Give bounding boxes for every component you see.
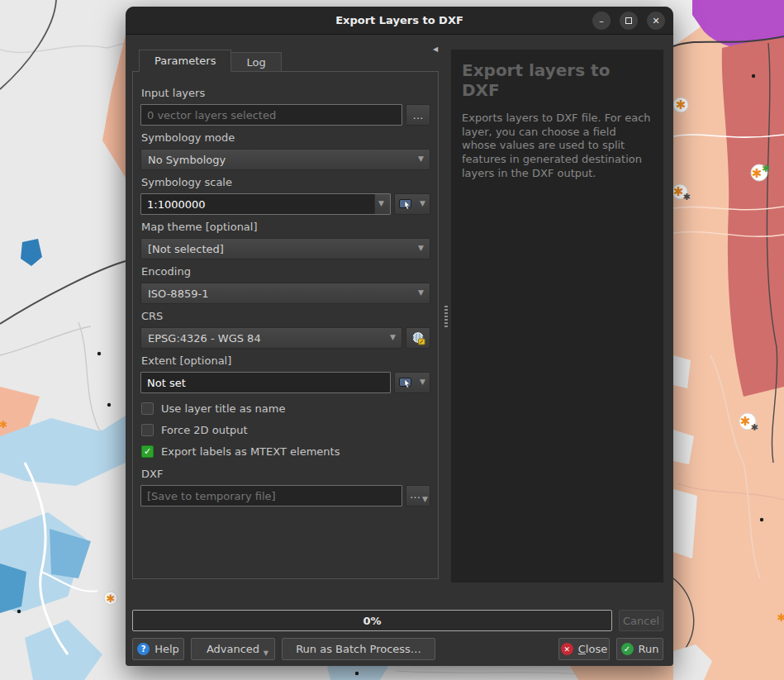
cancel-button[interactable]: Cancel [619,610,663,631]
map-cursor-icon [399,377,413,388]
run-batch-button[interactable]: Run as Batch Process… [282,638,435,660]
checkbox-export-mtext[interactable]: ✓ [141,445,154,458]
globe-edit-icon [411,331,425,345]
progress-bar: 0% [132,610,612,631]
advanced-label: Advanced [207,643,259,655]
crs-value: EPSG:4326 - WGS 84 [148,332,261,345]
map-theme-value: [Not selected] [148,243,224,255]
parameters-panel: Input layers … Symbology mode No Symbolo… [132,71,439,579]
encoding-value: ISO-8859-1 [148,288,208,300]
chevron-down-icon [390,334,396,341]
svg-text:✱: ✱ [752,166,763,181]
svg-text:✱: ✱ [682,192,690,202]
symbology-scale-label: Symbology scale [141,176,430,188]
chevron-down-icon [418,289,424,297]
symbology-scale-dropdown-button[interactable] [374,194,390,214]
help-panel-description: Exports layers to DXF file. For each lay… [462,112,653,180]
help-label: Help [154,643,179,655]
dxf-output-field[interactable] [140,485,402,506]
ellipsis-icon: … [413,109,424,121]
map-theme-dropdown[interactable]: [Not selected] [140,238,430,259]
checkbox-label: Use layer title as name [161,402,285,415]
export-layers-dxf-dialog: Export Layers to DXF – ✕ Parameters Log … [126,7,673,666]
chevron-down-icon [418,155,424,163]
close-dialog-button[interactable]: ✕ Close [558,638,610,660]
checkmark-icon: ✓ [144,446,151,457]
extent-label: Extent [optional] [141,354,430,367]
symbology-mode-value: No Symbology [148,154,226,166]
input-layers-browse-button[interactable]: … [406,104,430,126]
advanced-button[interactable]: Advanced [191,638,275,660]
svg-text:✱: ✱ [676,97,687,112]
titlebar[interactable]: Export Layers to DXF – ✕ [126,7,673,35]
encoding-dropdown[interactable]: ISO-8859-1 [140,283,430,304]
run-check-icon: ✓ [621,643,634,655]
extent-field[interactable] [140,372,391,393]
close-icon: ✕ [561,643,573,655]
dialog-title: Export Layers to DXF [335,14,463,26]
svg-text:✱: ✱ [0,419,7,430]
svg-text:✱: ✱ [750,422,758,433]
crs-label: CRS [141,310,430,322]
checkbox-use-layer-title[interactable] [141,402,154,415]
chevron-down-icon [422,496,428,503]
close-label: Close [578,643,607,655]
run-button[interactable]: ✓ Run [616,638,663,660]
scale-from-canvas-button[interactable] [394,193,430,215]
chevron-down-icon [418,245,424,252]
svg-text:✱: ✱ [673,184,684,199]
tab-log[interactable]: Log [231,52,281,72]
cancel-label: Cancel [623,615,659,627]
tab-bar: Parameters Log [139,50,282,72]
help-panel-title: Export layers to DXF [462,60,653,100]
dxf-label: DXF [141,468,430,480]
checkbox-label: Force 2D output [161,424,248,436]
panel-splitter[interactable] [442,50,449,583]
map-cursor-icon [399,198,413,210]
close-button[interactable]: ✕ [647,12,665,30]
help-button[interactable]: ? Help [132,638,184,660]
symbology-mode-dropdown[interactable]: No Symbology [140,149,430,170]
svg-text:✱: ✱ [740,414,751,429]
run-batch-label: Run as Batch Process… [296,643,421,655]
crs-select-button[interactable] [406,327,430,349]
symbology-mode-label: Symbology mode [141,131,430,144]
tab-parameters[interactable]: Parameters [139,50,231,72]
chevron-down-icon [420,378,425,386]
checkbox-label: Export labels as MTEXT elements [161,445,340,458]
chevron-down-icon [420,200,425,207]
maximize-icon [625,17,632,24]
extent-from-canvas-button[interactable] [394,372,430,393]
svg-text:✱: ✱ [777,611,784,624]
run-label: Run [639,643,659,655]
svg-text:✱: ✱ [107,592,116,605]
input-layers-label: Input layers [141,87,430,99]
chevron-down-icon [264,650,268,657]
maximize-button[interactable] [620,12,638,30]
chevron-down-icon [378,200,384,207]
help-icon: ? [137,643,150,655]
close-icon: ✕ [652,16,659,26]
crs-dropdown[interactable]: EPSG:4326 - WGS 84 [140,327,402,349]
help-panel: Export layers to DXF Exports layers to D… [451,50,663,583]
minimize-button[interactable]: – [592,12,611,30]
collapse-panel-arrow-icon[interactable]: ◀ [433,46,438,53]
symbology-scale-combo[interactable] [140,193,391,215]
encoding-label: Encoding [141,265,430,278]
dxf-browse-button[interactable]: … [406,485,430,506]
splitter-handle-icon [444,306,448,327]
input-layers-field[interactable] [140,104,402,126]
progress-value: 0% [363,615,381,627]
minimize-icon: – [599,16,604,26]
screen: ✱ ✱ ✱ ✱ ✱ ✱ ✱ ✱ ✱ ✱ [0,0,784,680]
map-theme-label: Map theme [optional] [141,221,430,233]
symbology-scale-input[interactable] [141,198,374,211]
svg-text:✱: ✱ [762,163,770,174]
checkbox-force-2d[interactable] [141,424,154,436]
ellipsis-icon: … [410,488,421,501]
